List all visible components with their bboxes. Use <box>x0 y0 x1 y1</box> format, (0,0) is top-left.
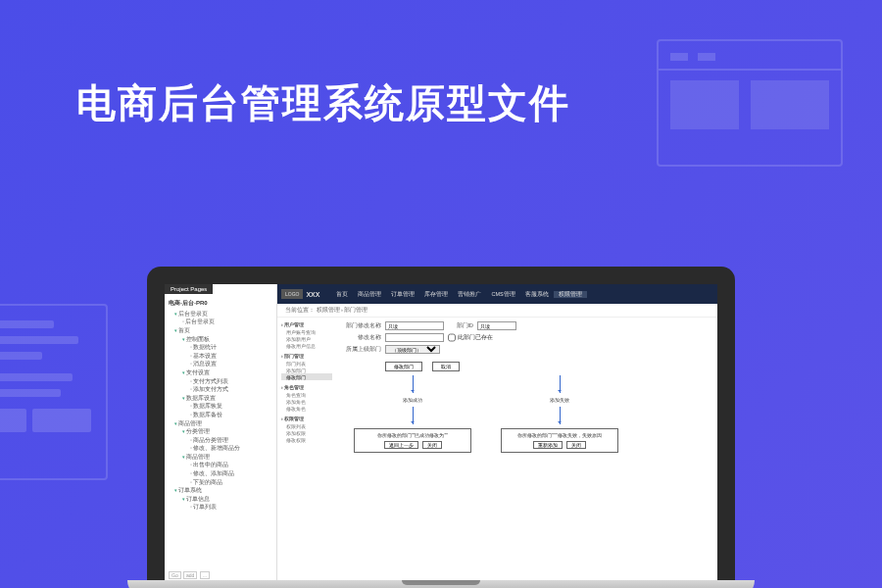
subnav-item[interactable]: 权限列表 <box>281 422 332 429</box>
page-tree[interactable]: 电商-后台-PR0 后台登录页后台登录页首页控制面板数据统计基本设置消息设置支付… <box>165 284 277 580</box>
nav-item[interactable]: CMS管理 <box>486 291 519 298</box>
success-close-button[interactable]: 关闭 <box>422 441 442 449</box>
brand-name: XXX <box>306 291 319 298</box>
tree-page[interactable]: 数据库备份 <box>190 411 274 419</box>
tree-folder[interactable]: 后台登录页 <box>174 310 274 318</box>
prototype-screen: Project Pages 电商-后台-PR0 后台登录页后台登录页首页控制面板… <box>165 284 717 580</box>
page-title: 电商后台管理系统原型文件 <box>76 76 570 130</box>
tree-page[interactable]: 后台登录页 <box>182 318 274 327</box>
fail-msg: 你所修改的部门"""修改失败，失败原因 <box>505 432 614 438</box>
subnav-group[interactable]: › 用户管理 <box>281 321 332 327</box>
name-input[interactable] <box>385 321 444 330</box>
tree-folder[interactable]: 商品管理 <box>174 419 274 428</box>
form-area: 部门修改名称部门ID 修改名称此部门已存在 所属上级部门（顶级部门） 修改部门 … <box>336 318 717 580</box>
subnav-item[interactable]: 添加新用户 <box>281 335 332 342</box>
subnav-item[interactable]: 添加角色 <box>281 398 332 405</box>
fail-close-button[interactable]: 关闭 <box>566 441 586 449</box>
tree-root-title: 电商-后台-PR0 <box>167 297 274 310</box>
nav-item[interactable]: 库存管理 <box>419 291 453 298</box>
tree-folder[interactable]: 控制面板 <box>182 335 274 344</box>
exists-checkbox[interactable] <box>448 333 456 342</box>
cancel-button[interactable]: 取消 <box>432 362 460 371</box>
project-pages-label: Project Pages <box>165 284 213 294</box>
tree-folder[interactable]: 支付设置 <box>182 368 274 377</box>
nav-item[interactable]: 营销推广 <box>453 291 486 298</box>
tree-page[interactable]: 添加支付方式 <box>190 385 274 394</box>
save-button[interactable]: 修改部门 <box>385 362 422 371</box>
laptop-base <box>127 580 755 588</box>
breadcrumb: 当前位置： 权限管理 › 部门管理 <box>277 304 717 318</box>
nav-item[interactable]: 客服系统 <box>520 291 554 298</box>
tree-folder[interactable]: 数据库设置 <box>182 394 274 403</box>
tree-folder[interactable]: 订单信息 <box>182 495 274 504</box>
tree-page[interactable]: 修改、新增商品分 <box>190 445 274 454</box>
nav-item[interactable]: 首页 <box>331 291 353 298</box>
fail-retry-button[interactable]: 重新添加 <box>533 441 563 449</box>
fail-flow: 添加失败 你所修改的部门"""修改失败，失败原因重新添加关闭 <box>501 375 618 453</box>
exists-label: 此部门已存在 <box>458 334 493 341</box>
bg-doc-wire <box>0 304 108 480</box>
subnav-group[interactable]: › 角色管理 <box>281 384 332 390</box>
success-label: 添加成功 <box>403 397 422 403</box>
tree-folder[interactable]: 分类管理 <box>182 427 274 436</box>
tree-folder[interactable]: 商品管理 <box>182 453 274 462</box>
parent-select[interactable]: （顶级部门） <box>385 345 440 354</box>
subnav-item[interactable]: 添加部门 <box>281 367 332 373</box>
tree-page[interactable]: 订单列表 <box>190 504 274 513</box>
subnav-group[interactable]: › 权限管理 <box>281 416 332 421</box>
success-flow: 添加成功 你所修改的部门""已成功修改为""返回上一步关闭 <box>354 375 471 453</box>
subnav-item[interactable]: 添加权限 <box>281 429 332 436</box>
subnav-group[interactable]: › 部门管理 <box>281 353 332 359</box>
newname-label: 修改名称 <box>344 334 381 341</box>
subnav-item[interactable]: 用户账号查询 <box>281 328 332 335</box>
bg-browser-wire <box>657 39 843 167</box>
tree-page[interactable]: 消息设置 <box>190 361 274 369</box>
tree-page[interactable]: 数据库恢复 <box>190 403 274 412</box>
code-label: 部门ID <box>444 322 473 329</box>
tree-folder[interactable]: 首页 <box>174 326 274 335</box>
tree-folder[interactable]: 订单系统 <box>174 486 274 495</box>
subnav-item[interactable]: 部门列表 <box>281 360 332 367</box>
tree-page[interactable]: 支付方式列表 <box>190 377 274 386</box>
tree-page[interactable]: 基本设置 <box>190 352 274 361</box>
subnav-item[interactable]: 修改角色 <box>281 405 332 412</box>
tree-page[interactable]: 商品分类管理 <box>190 436 274 445</box>
parent-label: 所属上级部门 <box>344 346 381 353</box>
newname-input[interactable] <box>385 333 444 342</box>
success-back-button[interactable]: 返回上一步 <box>384 441 418 449</box>
fail-label: 添加失败 <box>550 397 569 403</box>
logo-placeholder: LOGO <box>281 289 303 299</box>
subnav-item[interactable]: 修改用户信息 <box>281 342 332 349</box>
success-msg: 你所修改的部门""已成功修改为"" <box>358 432 467 438</box>
sub-nav: › 用户管理用户账号查询添加新用户修改用户信息› 部门管理部门列表添加部门修改部… <box>277 318 336 580</box>
tree-page[interactable]: 出售中的商品 <box>190 462 274 470</box>
tree-page[interactable]: 数据统计 <box>190 343 274 352</box>
top-nav: LOGO XXX 首页商品管理订单管理库存管理营销推广CMS管理客服系统权限管理 <box>277 284 717 304</box>
laptop-mockup: Project Pages 电商-后台-PR0 后台登录页后台登录页首页控制面板… <box>147 267 735 588</box>
nav-item[interactable]: 商品管理 <box>353 291 386 298</box>
nav-item[interactable]: 权限管理 <box>554 291 587 298</box>
code-input[interactable] <box>477 321 516 330</box>
subnav-item[interactable]: 修改权限 <box>281 436 332 443</box>
tree-page[interactable]: 下架的商品 <box>190 478 274 487</box>
tree-page[interactable]: 修改、添加商品 <box>190 469 274 478</box>
nav-item[interactable]: 订单管理 <box>386 291 419 298</box>
subnav-item[interactable]: 角色查询 <box>281 391 332 398</box>
name-label: 部门修改名称 <box>344 322 381 329</box>
subnav-item[interactable]: 修改部门 <box>281 373 332 380</box>
